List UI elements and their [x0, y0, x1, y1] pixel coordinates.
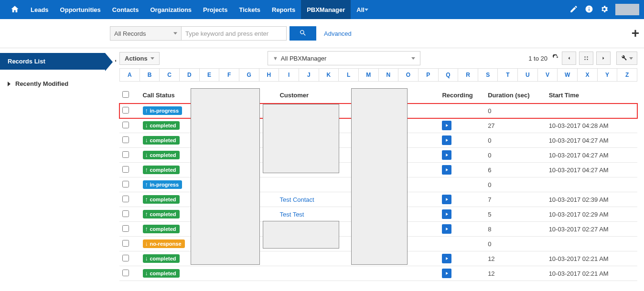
nav-item-contacts[interactable]: Contacts [107, 0, 145, 19]
row-checkbox[interactable] [122, 196, 129, 202]
alpha-filter-V[interactable]: V [537, 69, 558, 81]
alpha-filter-P[interactable]: P [418, 69, 438, 81]
row-checkbox[interactable] [122, 210, 129, 217]
nav-item-reports[interactable]: Reports [266, 0, 301, 19]
play-recording-button[interactable] [442, 195, 451, 204]
row-checkbox[interactable] [122, 225, 129, 232]
alpha-filter-X[interactable]: X [577, 69, 597, 81]
alpha-filter-U[interactable]: U [517, 69, 537, 81]
alpha-filter-S[interactable]: S [478, 69, 498, 81]
play-recording-button[interactable] [442, 269, 451, 278]
pager-prev[interactable] [562, 52, 576, 65]
records-list-tab[interactable]: Records List [0, 53, 105, 70]
row-checkbox[interactable] [122, 240, 129, 247]
status-text: completed [150, 211, 176, 217]
actions-dropdown[interactable]: Actions [119, 52, 160, 65]
row-checkbox[interactable] [122, 136, 129, 143]
nav-item-projects[interactable]: Projects [197, 0, 233, 19]
view-filter-select[interactable]: ▼ All PBXManager [268, 51, 420, 65]
status-text: completed [150, 197, 176, 202]
alpha-filter-F[interactable]: F [219, 69, 239, 81]
status-badge: ↓no-response [143, 239, 185, 248]
status-badge: ↓completed [143, 136, 180, 145]
row-checkbox[interactable] [122, 270, 129, 276]
starttime-cell: 10-03-2017 02:21 AM [546, 266, 637, 281]
alpha-filter-Q[interactable]: Q [438, 69, 458, 81]
row-checkbox[interactable] [122, 255, 129, 261]
customer-link[interactable]: Test Test [279, 211, 304, 218]
play-recording-button[interactable] [442, 150, 451, 160]
edit-icon[interactable] [569, 5, 578, 15]
nav-item-tickets[interactable]: Tickets [233, 0, 266, 19]
select-all-checkbox[interactable] [122, 91, 129, 98]
alpha-filter-Z[interactable]: Z [617, 69, 637, 81]
recently-modified-toggle[interactable]: Recently Modified [0, 76, 105, 91]
pager-next[interactable] [596, 52, 611, 65]
nav-item-pbxmanager[interactable]: PBXManager [301, 0, 351, 19]
chevron-down-icon [173, 32, 177, 35]
table-row[interactable]: ↓completed1210-03-2017 02:21 AM [119, 266, 637, 281]
nav-item-organizations[interactable]: Organizations [144, 0, 197, 19]
alpha-filter-M[interactable]: M [358, 69, 378, 81]
alpha-filter-I[interactable]: I [279, 69, 299, 81]
alpha-filter-J[interactable]: J [299, 69, 319, 81]
advanced-search-link[interactable]: Advanced [324, 30, 352, 37]
alpha-filter-R[interactable]: R [458, 69, 478, 81]
nav-item-all[interactable]: All [351, 0, 374, 19]
status-badge: ↑completed [143, 195, 180, 204]
alpha-filter-C[interactable]: C [159, 69, 179, 81]
alpha-filter-N[interactable]: N [378, 69, 398, 81]
alpha-filter-G[interactable]: G [239, 69, 259, 81]
alpha-filter-A[interactable]: A [119, 69, 140, 81]
row-checkbox[interactable] [122, 166, 129, 173]
status-text: completed [150, 167, 176, 173]
nav-item-leads[interactable]: Leads [25, 0, 54, 19]
add-record-button[interactable]: + [632, 26, 639, 41]
alpha-filter-Y[interactable]: Y [597, 69, 617, 81]
nav-item-opportunities[interactable]: Opportunities [54, 0, 107, 19]
alpha-filter-W[interactable]: W [557, 69, 577, 81]
play-recording-button[interactable] [442, 254, 451, 263]
row-checkbox[interactable] [122, 122, 129, 128]
starttime-cell: 10-03-2017 02:39 AM [546, 192, 637, 207]
alphabet-filter: ABCDEFGHIJKLMNOPQRSTUVWXYZ [119, 68, 637, 82]
play-recording-button[interactable] [442, 209, 451, 219]
chevron-down-icon [365, 9, 368, 11]
alpha-filter-L[interactable]: L [338, 69, 358, 81]
alpha-filter-B[interactable]: B [140, 69, 160, 81]
col-header-starttime[interactable]: Start Time [546, 87, 637, 104]
duration-cell: 27 [485, 118, 546, 133]
row-checkbox[interactable] [122, 151, 129, 158]
search-button[interactable] [290, 26, 316, 41]
play-recording-button[interactable] [442, 224, 451, 234]
play-recording-button[interactable] [442, 165, 451, 175]
alpha-filter-H[interactable]: H [259, 69, 279, 81]
alpha-filter-O[interactable]: O [398, 69, 418, 81]
nav-home[interactable] [5, 0, 25, 19]
col-header-recording[interactable]: Recording [439, 87, 485, 104]
row-checkbox[interactable] [122, 181, 129, 187]
alpha-filter-K[interactable]: K [319, 69, 339, 81]
play-recording-button[interactable] [442, 121, 451, 130]
list-settings-dropdown[interactable] [616, 52, 637, 65]
play-recording-button[interactable] [442, 135, 451, 145]
alpha-filter-E[interactable]: E [199, 69, 219, 81]
col-header-duration[interactable]: Duration (sec) [485, 87, 546, 104]
pager-jump[interactable] [579, 52, 593, 65]
alpha-filter-D[interactable]: D [179, 69, 199, 81]
nav-account-box[interactable] [615, 4, 639, 15]
status-badge: ↑in-progress [143, 180, 182, 189]
status-text: completed [150, 256, 176, 261]
status-badge: ↓completed [143, 269, 180, 278]
refresh-icon[interactable] [552, 54, 559, 62]
alpha-filter-T[interactable]: T [497, 69, 517, 81]
recently-modified-label: Recently Modified [15, 80, 68, 87]
search-input[interactable] [182, 26, 287, 41]
customer-link[interactable]: Test Contact [279, 196, 314, 203]
search-scope-select[interactable]: All Records [110, 26, 182, 41]
row-checkbox[interactable] [122, 107, 129, 114]
gear-icon[interactable] [600, 5, 609, 15]
info-icon[interactable] [585, 5, 593, 15]
status-badge: ↓completed [143, 254, 180, 263]
chevron-down-icon [411, 57, 415, 60]
